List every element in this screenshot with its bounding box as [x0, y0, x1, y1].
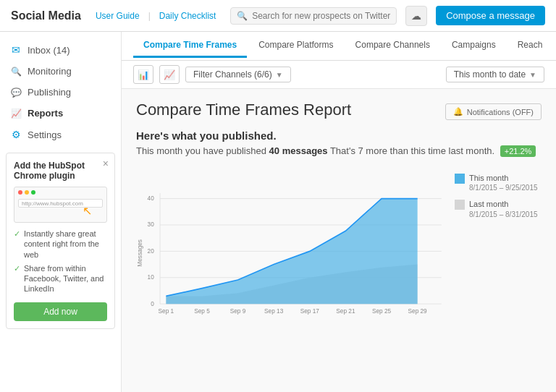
publishing-icon: 💬 [10, 88, 22, 98]
legend-this-month-label: This month [469, 173, 538, 184]
svg-text:Sep 13: Sep 13 [264, 308, 284, 315]
header-divider: | [148, 11, 151, 21]
legend-color-last-month [455, 200, 465, 210]
notifications-button[interactable]: 🔔 Notifications (OFF) [445, 103, 542, 120]
bar-chart-icon: 📊 [138, 69, 149, 80]
plugin-box: Add the HubSpot Chrome plugin × http://w… [6, 153, 115, 329]
check-icon-2: ✓ [14, 263, 20, 273]
tabs-bar: Compare Time Frames Compare Platforms Co… [122, 32, 556, 61]
legend-color-this-month [455, 174, 465, 184]
plugin-title: Add the HubSpot Chrome plugin [14, 161, 107, 181]
plugin-feature-1: ✓ Instantly share great content right fr… [14, 229, 107, 260]
legend-this-month: This month 8/1/2015 – 9/25/2015 [455, 173, 542, 192]
svg-text:Sep 17: Sep 17 [300, 308, 320, 315]
sidebar: ✉ Inbox (14) 🔍 Monitoring 💬 Publishing 📈… [0, 32, 122, 392]
check-icon-1: ✓ [14, 229, 20, 239]
bell-icon: 🔔 [453, 107, 463, 116]
sidebar-item-monitoring[interactable]: 🔍 Monitoring [0, 61, 121, 82]
legend-last-month-label: Last month [469, 199, 538, 210]
tab-compare-platforms[interactable]: Compare Platforms [248, 34, 343, 58]
add-now-button[interactable]: Add now [14, 302, 107, 321]
filter-bar: 📊 📈 Filter Channels (6/6) ▼ This month t… [122, 61, 556, 89]
search-icon: 🔍 [237, 11, 248, 21]
bar-chart-icon-button[interactable]: 📊 [133, 65, 153, 84]
sidebar-item-label: Monitoring [28, 66, 72, 77]
sidebar-item-label: Reports [28, 108, 63, 119]
upload-icon: ☁ [411, 10, 421, 22]
sidebar-item-inbox[interactable]: ✉ Inbox (14) [0, 39, 121, 61]
svg-text:Sep 9: Sep 9 [230, 308, 246, 315]
main-content: Compare Time Frames Compare Platforms Co… [122, 32, 556, 392]
svg-text:Sep 5: Sep 5 [194, 308, 210, 315]
sidebar-item-label: Publishing [28, 87, 71, 98]
report-header-row: 🔔 Notifications (OFF) Compare Time Frame… [136, 101, 542, 129]
published-count: 40 messages [269, 145, 328, 156]
svg-text:40: 40 [148, 195, 155, 202]
plugin-close-button[interactable]: × [103, 158, 109, 169]
caret-down-icon: ▼ [276, 71, 283, 79]
chart-area: 0 10 20 30 40 Messages [136, 166, 447, 346]
svg-text:Sep 1: Sep 1 [159, 308, 174, 315]
user-guide-link[interactable]: User Guide [96, 11, 140, 21]
sidebar-item-settings[interactable]: ⚙ Settings [0, 124, 121, 145]
compose-button[interactable]: Compose a message [436, 6, 545, 25]
legend-last-month-date: 8/1/2015 – 8/31/2015 [469, 210, 538, 218]
published-title: Here's what you published. [136, 129, 542, 142]
time-series-chart: 0 10 20 30 40 Messages [136, 166, 447, 346]
tab-reach[interactable]: Reach [507, 34, 553, 58]
sidebar-item-publishing[interactable]: 💬 Publishing [0, 82, 121, 103]
growth-badge: +21.2% [500, 145, 536, 157]
caret-down-icon: ▼ [529, 71, 536, 79]
date-range-select[interactable]: This month to date ▼ [446, 67, 544, 82]
svg-text:Sep 25: Sep 25 [372, 308, 392, 315]
header: Social Media User Guide | Daily Checklis… [0, 0, 556, 32]
plugin-feature-2: ✓ Share from within Facebook, Twitter, a… [14, 263, 107, 294]
svg-text:Sep 21: Sep 21 [336, 308, 355, 315]
svg-text:0: 0 [151, 301, 154, 307]
browser-dot-yellow [25, 190, 29, 195]
inbox-icon: ✉ [10, 44, 22, 56]
published-section: Here's what you published. This month yo… [136, 129, 542, 157]
svg-text:Messages: Messages [137, 239, 143, 267]
legend-last-month: Last month 8/1/2015 – 8/31/2015 [455, 199, 542, 218]
search-input[interactable] [252, 11, 390, 21]
tab-compare-time[interactable]: Compare Time Frames [133, 34, 247, 58]
chart-legend: This month 8/1/2015 – 9/25/2015 Last mon… [455, 166, 542, 346]
browser-dot-red [18, 190, 22, 195]
chart-container: 0 10 20 30 40 Messages [136, 166, 542, 346]
plugin-browser-preview: http://www.hubspot.com ↖ [14, 187, 107, 223]
monitoring-icon: 🔍 [10, 67, 22, 77]
daily-checklist-link[interactable]: Daily Checklist [159, 11, 216, 21]
svg-text:30: 30 [148, 221, 155, 228]
browser-dot-green [31, 190, 35, 195]
sidebar-item-reports[interactable]: 📈 Reports [0, 103, 121, 124]
settings-icon: ⚙ [10, 129, 22, 140]
legend-this-month-date: 8/1/2015 – 9/25/2015 [469, 184, 538, 192]
filter-channels-button[interactable]: Filter Channels (6/6) ▼ [185, 67, 291, 82]
report-content: 🔔 Notifications (OFF) Compare Time Frame… [122, 89, 556, 358]
app-logo: Social Media [11, 9, 81, 22]
main-layout: ✉ Inbox (14) 🔍 Monitoring 💬 Publishing 📈… [0, 32, 556, 392]
svg-text:10: 10 [148, 274, 155, 281]
svg-text:20: 20 [148, 248, 155, 255]
upload-icon-button[interactable]: ☁ [405, 6, 427, 26]
published-description: This month you have published 40 message… [136, 145, 542, 157]
trend-icon: 📈 [164, 69, 175, 80]
cursor-icon: ↖ [83, 204, 92, 218]
sidebar-item-label: Settings [28, 129, 62, 140]
tab-compare-channels[interactable]: Compare Channels [345, 34, 440, 58]
reports-icon: 📈 [10, 108, 22, 119]
search-bar: 🔍 [230, 7, 397, 25]
sidebar-item-label: Inbox (14) [28, 45, 70, 56]
svg-text:Sep 29: Sep 29 [408, 308, 428, 315]
trend-icon-button[interactable]: 📈 [159, 65, 180, 84]
tab-campaigns[interactable]: Campaigns [442, 34, 506, 58]
